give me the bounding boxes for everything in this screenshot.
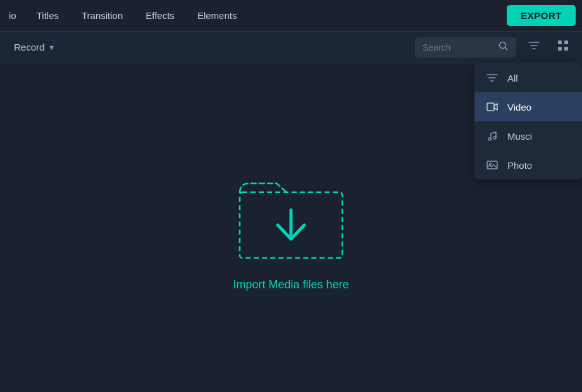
svg-line-1 xyxy=(505,47,508,50)
dropdown-music-label: Musci xyxy=(507,131,532,142)
nav-item-effects[interactable]: Effects xyxy=(134,0,186,32)
import-folder-illustration xyxy=(231,164,351,266)
svg-rect-6 xyxy=(487,103,494,111)
studio-logo: io xyxy=(6,10,25,21)
top-nav: io Titles Transition Effects Elements EX… xyxy=(0,0,582,32)
toolbar: Record ▼ xyxy=(0,32,582,63)
svg-rect-4 xyxy=(558,47,562,51)
grid-icon xyxy=(557,39,569,52)
photo-filter-icon xyxy=(486,159,498,171)
svg-rect-5 xyxy=(564,47,568,51)
grid-button[interactable] xyxy=(552,35,574,59)
nav-item-titles[interactable]: Titles xyxy=(25,0,70,32)
search-input[interactable] xyxy=(423,42,493,52)
chevron-down-icon: ▼ xyxy=(48,44,55,51)
nav-item-transition[interactable]: Transition xyxy=(70,0,134,32)
search-icon xyxy=(498,41,509,54)
filter-button[interactable] xyxy=(523,35,545,59)
svg-point-7 xyxy=(488,138,491,140)
svg-rect-2 xyxy=(558,40,562,44)
dropdown-photo-label: Photo xyxy=(507,160,532,171)
dropdown-item-music[interactable]: Musci xyxy=(474,121,582,150)
dropdown-item-all[interactable]: All xyxy=(474,63,582,92)
search-area xyxy=(415,35,574,59)
dropdown-video-label: Video xyxy=(507,102,531,113)
nav-item-elements[interactable]: Elements xyxy=(186,0,249,32)
dropdown-item-photo[interactable]: Photo xyxy=(474,150,582,180)
filter-icon xyxy=(528,39,540,52)
svg-rect-9 xyxy=(487,161,497,169)
dropdown-item-video[interactable]: Video xyxy=(474,92,582,121)
import-media-text: Import Media files here xyxy=(233,278,349,291)
svg-point-8 xyxy=(493,137,496,139)
svg-rect-3 xyxy=(564,40,568,44)
all-filter-icon xyxy=(486,72,498,83)
export-button[interactable]: EXPORT xyxy=(507,5,576,26)
filter-dropdown: All Video Musci xyxy=(474,63,582,180)
search-box[interactable] xyxy=(415,37,516,58)
music-filter-icon xyxy=(486,130,498,142)
record-button[interactable]: Record ▼ xyxy=(8,38,61,56)
video-filter-icon xyxy=(486,101,498,113)
folder-svg xyxy=(231,164,351,266)
record-label: Record xyxy=(14,42,44,52)
dropdown-all-label: All xyxy=(507,73,518,83)
